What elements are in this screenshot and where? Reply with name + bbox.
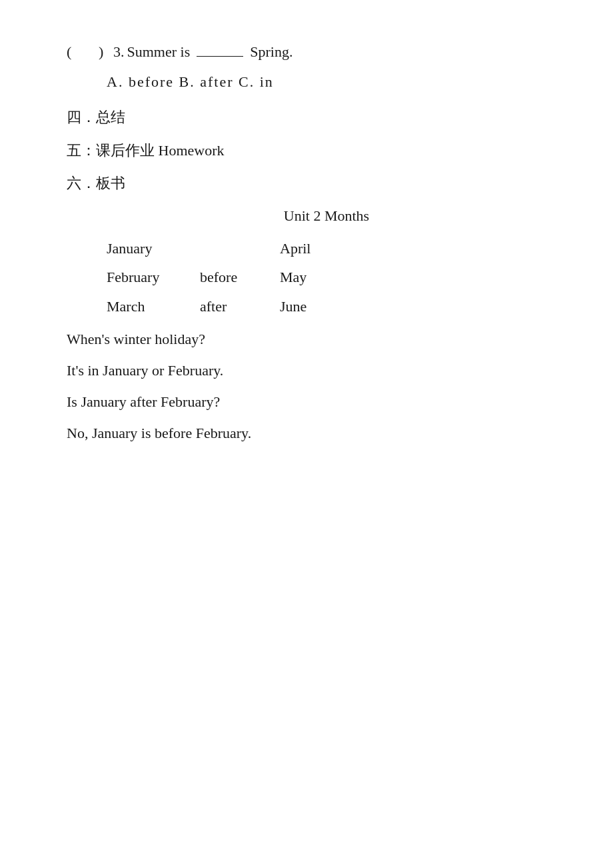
sentence-4: No, January is before February. (67, 421, 546, 445)
answer-blank (197, 56, 243, 57)
sentence-3: Is January after February? (67, 390, 546, 413)
row2-col3: May (280, 265, 346, 289)
sentence-2: It's in January or February. (67, 359, 546, 382)
board-row-2: February before May (107, 265, 546, 289)
row1-col1: January (107, 237, 200, 260)
row3-col1: March (107, 295, 200, 318)
board-table: January April February before May March … (107, 237, 546, 318)
question-3-options: A. before B. after C. in (107, 70, 546, 93)
row2-col2: before (200, 265, 280, 289)
row3-col3: June (280, 295, 346, 318)
board-row-3: March after June (107, 295, 546, 318)
row1-col2 (200, 237, 280, 260)
section-six: 六．板书 (67, 171, 546, 195)
row3-col2: after (200, 295, 280, 318)
row1-col3: April (280, 237, 346, 260)
question-3-section: ( ) 3. Summer is Spring. A. before B. af… (67, 40, 546, 93)
paren-open: ( (67, 40, 79, 63)
board-title: Unit 2 Months (107, 204, 546, 227)
question-text-before: Summer is (127, 40, 191, 63)
paren-space (81, 40, 96, 63)
section-five: 五：课后作业 Homework (67, 139, 546, 162)
sentence-1: When's winter holiday? (67, 327, 546, 351)
section-four: 四．总结 (67, 105, 546, 129)
row2-col1: February (107, 265, 200, 289)
paren-close: ) (99, 40, 111, 63)
question-text-after: Spring. (250, 40, 293, 63)
question-number: 3. (113, 40, 125, 63)
question-3-line: ( ) 3. Summer is Spring. (67, 40, 546, 63)
board-row-1: January April (107, 237, 546, 260)
